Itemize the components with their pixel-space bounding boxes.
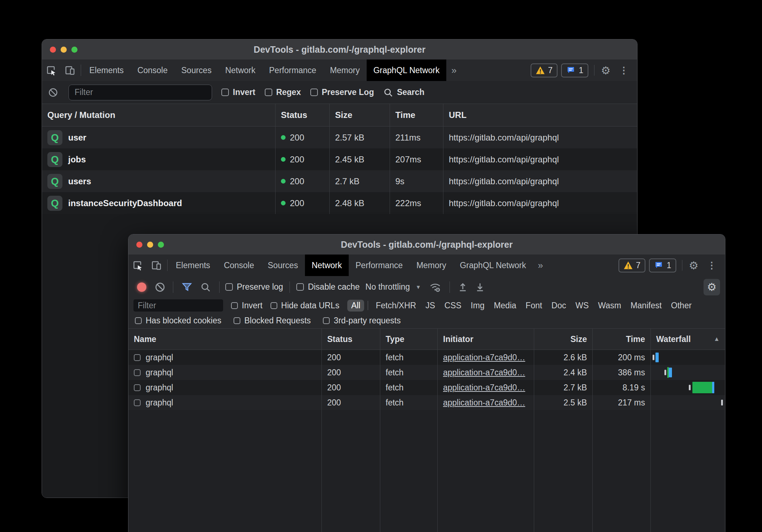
column-header-size[interactable]: Size bbox=[330, 104, 390, 126]
clear-icon[interactable] bbox=[47, 87, 59, 98]
tab-network[interactable]: Network bbox=[218, 60, 262, 81]
request-row[interactable]: graphql 200 fetch application-a7ca9d0… 2… bbox=[128, 380, 725, 395]
column-header-name[interactable]: Name bbox=[128, 329, 322, 350]
disable-cache-checkbox[interactable]: Disable cache bbox=[296, 282, 359, 292]
filter-chip-css[interactable]: CSS bbox=[441, 300, 465, 312]
tab-sources[interactable]: Sources bbox=[174, 60, 218, 81]
filter-chip-img[interactable]: Img bbox=[467, 300, 488, 312]
tab-memory[interactable]: Memory bbox=[323, 60, 367, 81]
device-toolbar-icon[interactable] bbox=[147, 255, 166, 276]
table-row[interactable]: Qusers 200 2.7 kB 9s https://gitlab.com/… bbox=[42, 170, 637, 192]
tab-graphql-network[interactable]: GraphQL Network bbox=[367, 60, 447, 81]
initiator-link[interactable]: application-a7ca9d0… bbox=[443, 368, 525, 377]
url-value: https://gitlab.com/api/graphql bbox=[443, 192, 637, 214]
row-checkbox[interactable] bbox=[134, 354, 141, 361]
settings-gear-icon[interactable]: ⚙ bbox=[597, 64, 615, 77]
tab-elements[interactable]: Elements bbox=[83, 60, 131, 81]
request-row[interactable]: graphql 200 fetch application-a7ca9d0… 2… bbox=[128, 350, 725, 365]
request-name: graphql bbox=[146, 368, 173, 377]
invert-checkbox[interactable]: Invert bbox=[221, 87, 255, 97]
kebab-menu-icon[interactable]: ⋮ bbox=[703, 260, 721, 271]
search-icon[interactable] bbox=[198, 282, 213, 293]
search-button[interactable]: Search bbox=[383, 87, 424, 98]
warnings-badge[interactable]: 7 bbox=[531, 63, 558, 77]
filter-chip-other[interactable]: Other bbox=[667, 300, 696, 312]
status-code: 200 bbox=[322, 380, 380, 395]
network-settings-gear-icon[interactable]: ⚙ bbox=[704, 279, 720, 295]
more-tabs-icon[interactable]: » bbox=[446, 60, 461, 81]
preserve-log-checkbox[interactable]: Preserve Log bbox=[310, 87, 374, 97]
more-tabs-icon[interactable]: » bbox=[533, 255, 548, 276]
inspect-element-icon[interactable] bbox=[128, 255, 147, 276]
messages-badge[interactable]: 1 bbox=[561, 63, 588, 77]
device-toolbar-icon[interactable] bbox=[61, 60, 79, 81]
filter-chip-all[interactable]: All bbox=[347, 300, 364, 312]
inspect-element-icon[interactable] bbox=[42, 60, 61, 81]
column-header-status[interactable]: Status bbox=[322, 329, 380, 350]
preserve-log-checkbox[interactable]: Preserve log bbox=[225, 282, 283, 292]
tab-memory[interactable]: Memory bbox=[410, 255, 453, 276]
titlebar[interactable]: DevTools - gitlab.com/-/graphql-explorer bbox=[128, 234, 725, 255]
request-row[interactable]: graphql 200 fetch application-a7ca9d0… 2… bbox=[128, 395, 725, 410]
filter-chip-font[interactable]: Font bbox=[522, 300, 546, 312]
column-header-time[interactable]: Time bbox=[390, 104, 443, 126]
column-header-query[interactable]: Query / Mutation bbox=[42, 104, 276, 126]
column-header-time[interactable]: Time bbox=[593, 329, 651, 350]
export-har-icon[interactable] bbox=[473, 282, 487, 293]
filter-chip-manifest[interactable]: Manifest bbox=[626, 300, 665, 312]
column-header-waterfall[interactable]: Waterfall ▲ bbox=[651, 329, 725, 350]
column-header-size[interactable]: Size bbox=[534, 329, 593, 350]
column-header-url[interactable]: URL bbox=[443, 104, 637, 126]
record-network-log-button[interactable] bbox=[137, 282, 146, 292]
regex-checkbox[interactable]: Regex bbox=[265, 87, 301, 97]
invert-checkbox[interactable]: Invert bbox=[231, 301, 263, 310]
filter-chip-fetch-xhr[interactable]: Fetch/XHR bbox=[372, 300, 420, 312]
hide-data-urls-checkbox[interactable]: Hide data URLs bbox=[271, 301, 339, 310]
table-row[interactable]: Quser 200 2.57 kB 211ms https://gitlab.c… bbox=[42, 127, 637, 148]
filter-input[interactable] bbox=[133, 299, 223, 312]
tab-console[interactable]: Console bbox=[217, 255, 261, 276]
row-checkbox[interactable] bbox=[134, 399, 141, 406]
request-row[interactable]: graphql 200 fetch application-a7ca9d0… 2… bbox=[128, 365, 725, 380]
filter-funnel-icon[interactable] bbox=[179, 282, 195, 293]
row-checkbox[interactable] bbox=[134, 384, 141, 391]
messages-badge[interactable]: 1 bbox=[649, 258, 676, 272]
titlebar[interactable]: DevTools - gitlab.com/-/graphql-explorer bbox=[42, 39, 637, 60]
tab-graphql-network[interactable]: GraphQL Network bbox=[453, 255, 533, 276]
table-row[interactable]: Qjobs 200 2.45 kB 207ms https://gitlab.c… bbox=[42, 148, 637, 170]
time-value: 8.19 s bbox=[593, 380, 651, 395]
filter-chip-media[interactable]: Media bbox=[490, 300, 520, 312]
kebab-menu-icon[interactable]: ⋮ bbox=[615, 65, 633, 76]
column-header-initiator[interactable]: Initiator bbox=[438, 329, 534, 350]
blocked-requests-checkbox[interactable]: Blocked Requests bbox=[234, 316, 311, 326]
status-ok-icon bbox=[281, 201, 286, 205]
third-party-requests-checkbox[interactable]: 3rd-party requests bbox=[323, 316, 401, 326]
has-blocked-cookies-checkbox[interactable]: Has blocked cookies bbox=[135, 316, 221, 326]
tab-performance[interactable]: Performance bbox=[349, 255, 410, 276]
settings-gear-icon[interactable]: ⚙ bbox=[685, 259, 703, 272]
tab-elements[interactable]: Elements bbox=[169, 255, 217, 276]
warnings-badge[interactable]: 7 bbox=[618, 258, 646, 272]
tab-performance[interactable]: Performance bbox=[262, 60, 323, 81]
initiator-link[interactable]: application-a7ca9d0… bbox=[443, 383, 525, 393]
filter-chip-js[interactable]: JS bbox=[422, 300, 439, 312]
initiator-link[interactable]: application-a7ca9d0… bbox=[443, 398, 525, 408]
table-row[interactable]: QinstanceSecurityDashboard 200 2.48 kB 2… bbox=[42, 192, 637, 214]
import-har-icon[interactable] bbox=[456, 282, 470, 293]
column-header-status[interactable]: Status bbox=[276, 104, 330, 126]
desktop: DevTools - gitlab.com/-/graphql-explorer… bbox=[0, 0, 762, 532]
row-checkbox[interactable] bbox=[134, 369, 141, 376]
filter-chip-ws[interactable]: WS bbox=[572, 300, 593, 312]
tab-network[interactable]: Network bbox=[305, 255, 349, 276]
network-conditions-icon[interactable] bbox=[427, 281, 444, 293]
tab-console[interactable]: Console bbox=[131, 60, 174, 81]
tab-sources[interactable]: Sources bbox=[261, 255, 305, 276]
column-header-type[interactable]: Type bbox=[380, 329, 438, 350]
filter-chip-wasm[interactable]: Wasm bbox=[594, 300, 625, 312]
initiator-link[interactable]: application-a7ca9d0… bbox=[443, 353, 525, 362]
throttling-dropdown[interactable]: No throttling ▼ bbox=[363, 282, 424, 292]
filter-input[interactable] bbox=[69, 85, 212, 100]
checkbox-icon bbox=[265, 89, 272, 96]
clear-icon[interactable] bbox=[153, 282, 167, 293]
filter-chip-doc[interactable]: Doc bbox=[547, 300, 570, 312]
